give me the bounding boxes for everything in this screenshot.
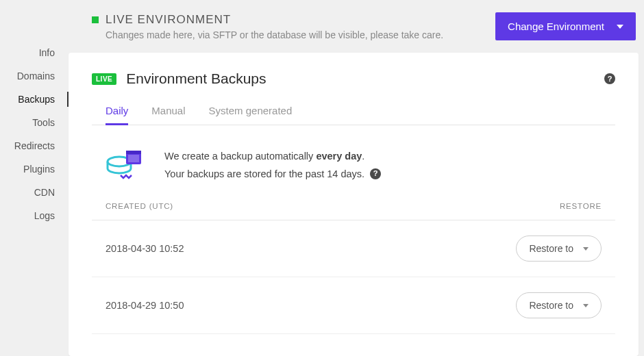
sidebar-item-plugins[interactable]: Plugins	[0, 157, 69, 181]
sidebar-item-label: CDN	[34, 187, 55, 198]
restore-label: Restore to	[529, 300, 573, 311]
environment-subtitle: Changes made here, via SFTP or the datab…	[106, 29, 443, 40]
sidebar-item-label: Backups	[18, 94, 55, 105]
info-text-line2: Your backups are stored for the past 14 …	[164, 165, 364, 183]
tab-daily[interactable]: Daily	[106, 105, 128, 125]
table-row: 2018-04-29 10:50 Restore to	[92, 277, 615, 334]
change-environment-label: Change Environment	[508, 21, 604, 32]
backup-info: We create a backup automatically every d…	[92, 125, 615, 202]
chevron-down-icon	[583, 247, 589, 251]
info-text-bold: every day	[316, 151, 362, 162]
sidebar-item-label: Info	[39, 47, 55, 58]
svg-rect-2	[128, 155, 139, 162]
sidebar-item-label: Tools	[32, 117, 55, 128]
live-badge: LIVE	[92, 73, 116, 85]
restore-label: Restore to	[529, 243, 573, 254]
change-environment-button[interactable]: Change Environment	[495, 12, 636, 40]
sidebar-item-domains[interactable]: Domains	[0, 64, 69, 88]
sidebar-item-label: Redirects	[14, 140, 55, 151]
database-calendar-icon	[106, 148, 144, 182]
svg-rect-3	[126, 151, 141, 154]
table-row: 2018-04-30 10:52 Restore to	[92, 220, 615, 277]
environment-header: LIVE ENVIRONMENT Changes made here, via …	[92, 13, 443, 40]
help-icon[interactable]: ?	[370, 168, 381, 179]
sidebar: Info Domains Backups Tools Redirects Plu…	[0, 0, 69, 356]
backup-tabs: Daily Manual System generated	[92, 105, 615, 125]
sidebar-item-redirects[interactable]: Redirects	[0, 134, 69, 157]
tab-label: Manual	[151, 105, 185, 116]
help-icon[interactable]: ?	[604, 73, 615, 84]
topbar: LIVE ENVIRONMENT Changes made here, via …	[69, 0, 644, 53]
column-restore: RESTORE	[560, 202, 602, 210]
sidebar-item-label: Plugins	[23, 164, 55, 175]
restore-to-button[interactable]: Restore to	[516, 236, 602, 262]
table-header: CREATED (UTC) RESTORE	[92, 202, 615, 220]
backups-panel: LIVE Environment Backups ? Daily Manual …	[69, 53, 639, 356]
tab-label: Daily	[106, 105, 128, 116]
info-text-suffix: .	[362, 151, 364, 162]
tab-label: System generated	[209, 105, 293, 116]
sidebar-item-label: Logs	[34, 210, 55, 221]
tab-manual[interactable]: Manual	[151, 105, 185, 125]
column-created: CREATED (UTC)	[106, 202, 173, 210]
tab-system-generated[interactable]: System generated	[209, 105, 293, 125]
backup-date: 2018-04-29 10:50	[106, 300, 184, 311]
backup-date: 2018-04-30 10:52	[106, 243, 184, 254]
main-area: LIVE ENVIRONMENT Changes made here, via …	[69, 0, 644, 356]
sidebar-item-tools[interactable]: Tools	[0, 111, 69, 134]
sidebar-item-logs[interactable]: Logs	[0, 204, 69, 227]
backup-info-text: We create a backup automatically every d…	[164, 147, 381, 183]
sidebar-item-info[interactable]: Info	[0, 41, 69, 64]
sidebar-item-backups[interactable]: Backups	[0, 88, 69, 111]
chevron-down-icon	[583, 304, 589, 307]
restore-to-button[interactable]: Restore to	[516, 292, 602, 318]
sidebar-item-label: Domains	[17, 71, 55, 81]
environment-title: LIVE ENVIRONMENT	[106, 13, 231, 27]
chevron-down-icon	[617, 25, 623, 29]
live-indicator-icon	[92, 16, 99, 23]
info-text-prefix: We create a backup automatically	[164, 151, 316, 162]
panel-title: Environment Backups	[126, 71, 266, 87]
sidebar-item-cdn[interactable]: CDN	[0, 181, 69, 204]
